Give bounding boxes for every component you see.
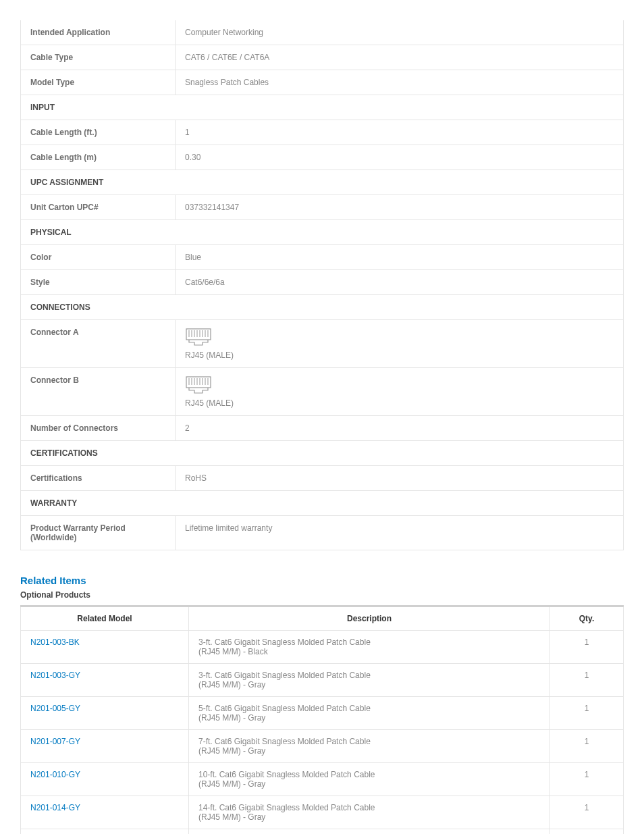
related-model-link[interactable]: N201-003-GY bbox=[30, 671, 80, 680]
value-unit-carton-upc: 037332141347 bbox=[176, 195, 623, 220]
related-model-cell: N201-014-GY bbox=[21, 796, 189, 829]
related-description-cell: 10-ft. Cat6 Gigabit Snagless Molded Patc… bbox=[189, 763, 550, 796]
section-input: INPUT bbox=[21, 95, 623, 120]
related-description-cell: 5-ft. Cat6 Gigabit Snagless Molded Patch… bbox=[189, 697, 550, 730]
row-num-connectors: Number of Connectors 2 bbox=[21, 416, 623, 441]
related-model-link[interactable]: N201-010-GY bbox=[30, 770, 80, 779]
value-cable-length-ft: 1 bbox=[176, 120, 623, 145]
related-row: N201-003-BK3-ft. Cat6 Gigabit Snagless M… bbox=[21, 631, 624, 664]
related-header-row: Related Model Description Qty. bbox=[21, 606, 624, 631]
related-row: N201-010-GY10-ft. Cat6 Gigabit Snagless … bbox=[21, 763, 624, 796]
related-products-table: Related Model Description Qty. N201-003-… bbox=[20, 605, 624, 834]
label-warranty-period: Product Warranty Period (Worldwide) bbox=[21, 516, 176, 550]
related-model-link[interactable]: N201-005-GY bbox=[30, 704, 80, 713]
connector-b-text: RJ45 (MALE) bbox=[185, 398, 614, 408]
row-intended-application: Intended Application Computer Networking bbox=[21, 20, 623, 45]
value-style: Cat6/6e/6a bbox=[176, 270, 623, 295]
related-row: N201-014-GY14-ft. Cat6 Gigabit Snagless … bbox=[21, 796, 624, 829]
value-warranty-period: Lifetime limited warranty bbox=[176, 516, 623, 550]
section-physical: PHYSICAL bbox=[21, 220, 623, 245]
related-model-cell: N201-010-GY bbox=[21, 763, 189, 796]
related-qty-cell: 1 bbox=[550, 697, 624, 730]
label-cable-length-ft: Cable Length (ft.) bbox=[21, 120, 176, 145]
related-row: N201-007-GY7-ft. Cat6 Gigabit Snagless M… bbox=[21, 730, 624, 763]
related-model-link[interactable]: N201-014-GY bbox=[30, 803, 80, 812]
section-input-label: INPUT bbox=[21, 95, 623, 120]
col-header-model: Related Model bbox=[21, 606, 189, 631]
related-row: N201-005-GY5-ft. Cat6 Gigabit Snagless M… bbox=[21, 697, 624, 730]
value-certifications: RoHS bbox=[176, 466, 623, 491]
value-color: Blue bbox=[176, 245, 623, 270]
label-connector-a: Connector A bbox=[21, 320, 176, 368]
row-style: Style Cat6/6e/6a bbox=[21, 270, 623, 295]
section-upc: UPC ASSIGNMENT bbox=[21, 170, 623, 195]
label-model-type: Model Type bbox=[21, 70, 176, 95]
label-certifications: Certifications bbox=[21, 466, 176, 491]
value-model-type: Snagless Patch Cables bbox=[176, 70, 623, 95]
section-upc-label: UPC ASSIGNMENT bbox=[21, 170, 623, 195]
label-color: Color bbox=[21, 245, 176, 270]
related-model-cell: N201-005-GY bbox=[21, 697, 189, 730]
rj45-connector-icon bbox=[185, 328, 212, 349]
connector-a-text: RJ45 (MALE) bbox=[185, 350, 614, 360]
section-certifications: CERTIFICATIONS bbox=[21, 441, 623, 466]
related-qty-cell: 1 bbox=[550, 730, 624, 763]
row-cable-length-m: Cable Length (m) 0.30 bbox=[21, 145, 623, 170]
related-model-link[interactable]: N201-003-BK bbox=[30, 637, 80, 647]
row-unit-carton-upc: Unit Carton UPC# 037332141347 bbox=[21, 195, 623, 220]
related-description-cell: 3-ft. Cat6 Gigabit Snagless Molded Patch… bbox=[189, 664, 550, 697]
col-header-description: Description bbox=[189, 606, 550, 631]
rj45-connector-icon bbox=[185, 375, 212, 397]
related-description-cell: 3-ft. Cat6 Gigabit Snagless Molded Patch… bbox=[189, 631, 550, 664]
related-description-cell: 14-ft. Cat6 Gigabit Snagless Molded Patc… bbox=[189, 796, 550, 829]
row-connector-a: Connector A RJ45 (MALE) bbox=[21, 320, 623, 368]
row-color: Color Blue bbox=[21, 245, 623, 270]
related-qty-cell: 1 bbox=[550, 763, 624, 796]
related-row: N201-003-GY3-ft. Cat6 Gigabit Snagless M… bbox=[21, 664, 624, 697]
label-connector-b: Connector B bbox=[21, 368, 176, 416]
related-qty-cell: 1 bbox=[550, 796, 624, 829]
label-num-connectors: Number of Connectors bbox=[21, 416, 176, 441]
section-connections: CONNECTIONS bbox=[21, 295, 623, 320]
value-cable-type: CAT6 / CAT6E / CAT6A bbox=[176, 45, 623, 70]
label-cable-type: Cable Type bbox=[21, 45, 176, 70]
spec-table: Intended Application Computer Networking… bbox=[20, 20, 624, 550]
related-items-heading: Related Items bbox=[20, 575, 624, 586]
related-model-cell: N201-003-BK bbox=[21, 631, 189, 664]
section-physical-label: PHYSICAL bbox=[21, 220, 623, 245]
optional-products-heading: Optional Products bbox=[20, 590, 624, 600]
related-model-cell: N201-025-GY bbox=[21, 829, 189, 835]
value-connector-b: RJ45 (MALE) bbox=[176, 368, 623, 416]
value-cable-length-m: 0.30 bbox=[176, 145, 623, 170]
related-qty-cell: 1 bbox=[550, 664, 624, 697]
section-connections-label: CONNECTIONS bbox=[21, 295, 623, 320]
row-cable-type: Cable Type CAT6 / CAT6E / CAT6A bbox=[21, 45, 623, 70]
label-style: Style bbox=[21, 270, 176, 295]
related-model-cell: N201-007-GY bbox=[21, 730, 189, 763]
related-model-link[interactable]: N201-007-GY bbox=[30, 737, 80, 746]
row-warranty-period: Product Warranty Period (Worldwide) Life… bbox=[21, 516, 623, 550]
value-intended-application: Computer Networking bbox=[176, 20, 623, 45]
related-description-cell: 7-ft. Cat6 Gigabit Snagless Molded Patch… bbox=[189, 730, 550, 763]
related-model-cell: N201-003-GY bbox=[21, 664, 189, 697]
related-qty-cell: 1 bbox=[550, 829, 624, 835]
row-certifications: Certifications RoHS bbox=[21, 466, 623, 491]
section-warranty: WARRANTY bbox=[21, 491, 623, 516]
related-description-cell: 25-ft. Cat6 Gigabit Snagless Molded Patc… bbox=[189, 829, 550, 835]
related-qty-cell: 1 bbox=[550, 631, 624, 664]
col-header-qty: Qty. bbox=[550, 606, 624, 631]
value-num-connectors: 2 bbox=[176, 416, 623, 441]
row-cable-length-ft: Cable Length (ft.) 1 bbox=[21, 120, 623, 145]
label-unit-carton-upc: Unit Carton UPC# bbox=[21, 195, 176, 220]
value-connector-a: RJ45 (MALE) bbox=[176, 320, 623, 368]
related-row: N201-025-GY25-ft. Cat6 Gigabit Snagless … bbox=[21, 829, 624, 835]
label-intended-application: Intended Application bbox=[21, 20, 176, 45]
section-warranty-label: WARRANTY bbox=[21, 491, 623, 516]
label-cable-length-m: Cable Length (m) bbox=[21, 145, 176, 170]
row-connector-b: Connector B RJ45 (MALE) bbox=[21, 368, 623, 416]
row-model-type: Model Type Snagless Patch Cables bbox=[21, 70, 623, 95]
section-certifications-label: CERTIFICATIONS bbox=[21, 441, 623, 466]
